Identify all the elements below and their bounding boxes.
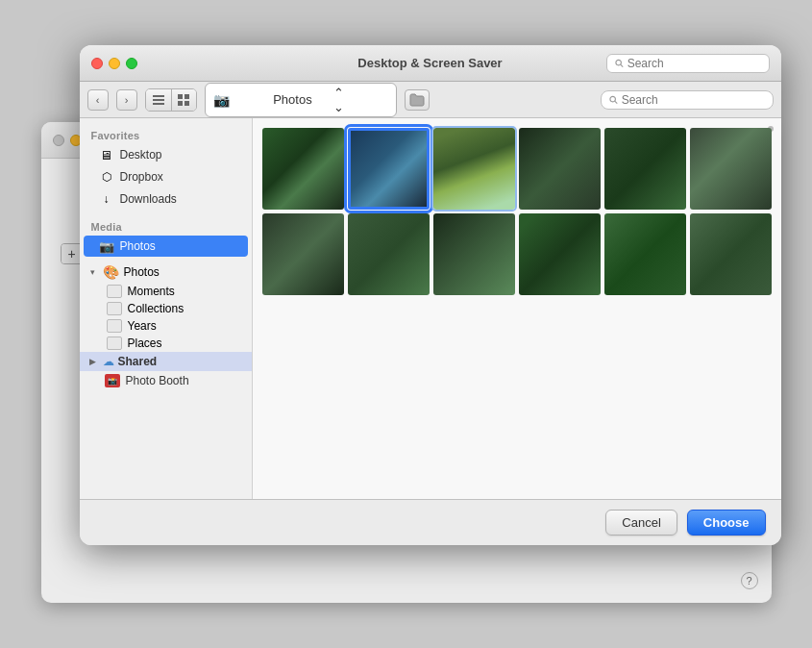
tree-shared[interactable]: ▶ ☁ Shared bbox=[80, 352, 252, 371]
shared-disclosure-icon: ▶ bbox=[87, 357, 99, 366]
sidebar-item-dropbox[interactable]: ⬡ Dropbox bbox=[84, 166, 248, 187]
tree-moments[interactable]: Moments bbox=[80, 283, 252, 300]
toolbar-search-input[interactable] bbox=[622, 93, 765, 107]
photos-panel bbox=[253, 118, 781, 499]
tree-moments-label: Moments bbox=[128, 285, 175, 298]
svg-line-3 bbox=[620, 64, 622, 66]
photo-thumb-11[interactable] bbox=[604, 213, 686, 295]
moments-folder-icon bbox=[107, 285, 122, 298]
file-picker-dialog: Desktop & Screen Saver ‹ › bbox=[80, 45, 781, 545]
svg-rect-10 bbox=[185, 101, 189, 106]
sidebar-desktop-label: Desktop bbox=[120, 148, 162, 162]
tree-photos-label: Photos bbox=[124, 265, 160, 279]
photos-grid bbox=[262, 128, 772, 295]
cloud-icon: ☁ bbox=[103, 355, 114, 368]
svg-point-11 bbox=[609, 96, 615, 102]
dropbox-icon: ⬡ bbox=[99, 169, 114, 185]
dialog-bottom-bar: Cancel Choose bbox=[80, 499, 781, 545]
toolbar-search-bar[interactable] bbox=[601, 90, 774, 110]
source-dropdown[interactable]: 📷 Photos ⌃⌄ bbox=[205, 83, 397, 117]
svg-rect-4 bbox=[153, 95, 164, 97]
folder-icon bbox=[409, 93, 425, 107]
desktop-icon: 🖥 bbox=[99, 147, 114, 162]
photo-thumb-5[interactable] bbox=[604, 128, 686, 210]
grid-view-button[interactable] bbox=[171, 89, 196, 111]
window-wrapper: Desktop & Screen Saver + − Change pictur… bbox=[41, 45, 772, 603]
choose-button[interactable]: Choose bbox=[687, 510, 766, 536]
svg-rect-9 bbox=[178, 101, 183, 106]
favorites-section-label: Favorites bbox=[80, 126, 252, 143]
dialog-traffic-lights bbox=[91, 58, 137, 69]
camera-icon: 📷 bbox=[213, 92, 268, 108]
dialog-title-bar: Desktop & Screen Saver bbox=[80, 45, 781, 82]
tree-photo-booth[interactable]: 📸 Photo Booth bbox=[80, 371, 252, 390]
downloads-icon: ↓ bbox=[99, 191, 114, 207]
dialog-search-bar[interactable] bbox=[606, 54, 770, 73]
sidebar-item-downloads[interactable]: ↓ Downloads bbox=[84, 188, 248, 210]
tree-years-label: Years bbox=[128, 319, 157, 333]
shared-label: Shared bbox=[118, 355, 158, 368]
svg-rect-8 bbox=[185, 94, 189, 99]
svg-point-2 bbox=[615, 60, 620, 64]
dialog-minimize-button[interactable] bbox=[109, 58, 120, 69]
photo-thumb-10[interactable] bbox=[519, 213, 601, 295]
photo-thumb-2[interactable] bbox=[348, 128, 430, 210]
tree-places[interactable]: Places bbox=[80, 335, 252, 352]
photos-tree: ▾ 🎨 Photos Moments Collections bbox=[80, 258, 252, 394]
forward-button[interactable]: › bbox=[116, 89, 137, 111]
photo-booth-label: Photo Booth bbox=[126, 374, 189, 387]
tree-places-label: Places bbox=[128, 336, 162, 350]
grid-view-icon bbox=[178, 94, 189, 106]
dialog-zoom-button[interactable] bbox=[126, 58, 137, 69]
toolbar-search-icon bbox=[609, 95, 618, 105]
dialog-title-search-input[interactable] bbox=[627, 57, 761, 70]
view-toggle bbox=[145, 88, 197, 112]
bg-close-button[interactable] bbox=[53, 135, 64, 146]
places-folder-icon bbox=[107, 336, 122, 350]
sidebar-item-desktop[interactable]: 🖥 Desktop bbox=[84, 144, 248, 165]
photo-thumb-6[interactable] bbox=[690, 128, 772, 210]
photo-thumb-4[interactable] bbox=[519, 128, 601, 210]
dialog-close-button[interactable] bbox=[91, 58, 103, 69]
photos-sidebar-icon: 📷 bbox=[99, 238, 114, 254]
photos-disclosure-icon: ▾ bbox=[87, 267, 99, 277]
svg-rect-6 bbox=[153, 103, 164, 105]
svg-rect-7 bbox=[178, 94, 183, 99]
help-button[interactable]: ? bbox=[741, 572, 758, 589]
collections-folder-icon bbox=[107, 302, 122, 315]
dialog-search-icon bbox=[615, 59, 624, 68]
list-view-icon bbox=[153, 95, 164, 105]
sidebar-item-photos[interactable]: 📷 Photos bbox=[84, 236, 248, 257]
photo-thumb-9[interactable] bbox=[433, 213, 515, 295]
photo-thumb-12[interactable] bbox=[690, 213, 772, 295]
dialog-content: Favorites 🖥 Desktop ⬡ Dropbox ↓ Download… bbox=[80, 118, 781, 499]
photo-thumb-8[interactable] bbox=[348, 213, 430, 295]
dialog-title: Desktop & Screen Saver bbox=[357, 56, 502, 70]
source-label: Photos bbox=[273, 92, 328, 107]
photo-thumb-3[interactable] bbox=[433, 128, 515, 210]
sidebar-photos-label: Photos bbox=[120, 239, 156, 253]
list-view-button[interactable] bbox=[146, 89, 171, 111]
tree-collections-label: Collections bbox=[128, 302, 185, 315]
photo-thumb-1[interactable] bbox=[262, 128, 344, 210]
years-folder-icon bbox=[107, 319, 122, 333]
photo-thumb-7[interactable] bbox=[262, 213, 344, 295]
photos-colorwheel-icon: 🎨 bbox=[103, 264, 120, 280]
media-section-label: Media bbox=[80, 217, 252, 235]
tree-years[interactable]: Years bbox=[80, 317, 252, 335]
sidebar: Favorites 🖥 Desktop ⬡ Dropbox ↓ Download… bbox=[80, 118, 253, 499]
svg-rect-5 bbox=[153, 99, 164, 101]
tree-collections[interactable]: Collections bbox=[80, 300, 252, 317]
dropdown-arrow-icon: ⌃⌄ bbox=[333, 86, 388, 114]
photo-booth-icon: 📸 bbox=[105, 374, 120, 387]
cancel-button[interactable]: Cancel bbox=[605, 510, 677, 536]
sidebar-downloads-label: Downloads bbox=[120, 192, 177, 206]
svg-line-12 bbox=[614, 101, 616, 103]
dialog-toolbar: ‹ › bbox=[80, 82, 781, 118]
tree-photos-root[interactable]: ▾ 🎨 Photos bbox=[80, 262, 252, 283]
new-folder-button[interactable] bbox=[405, 89, 430, 111]
sidebar-dropbox-label: Dropbox bbox=[120, 170, 163, 184]
back-button[interactable]: ‹ bbox=[87, 89, 109, 111]
